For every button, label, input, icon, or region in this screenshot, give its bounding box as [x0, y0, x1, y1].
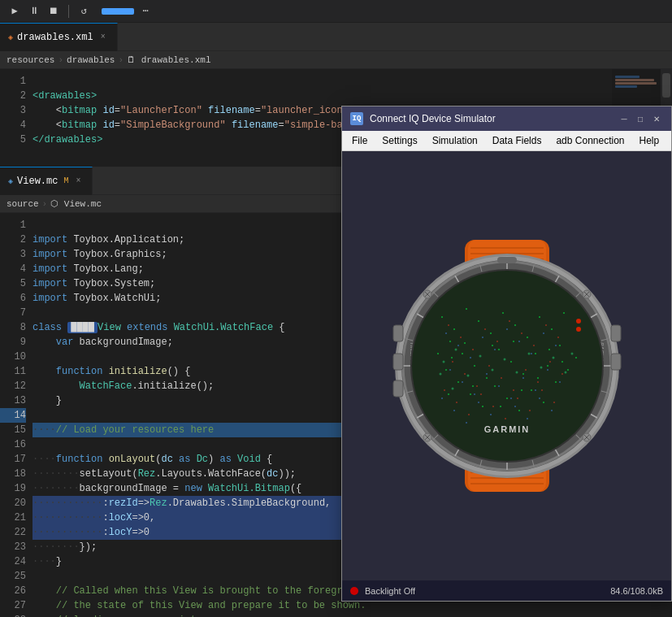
svg-point-157 — [518, 341, 520, 342]
svg-point-142 — [456, 402, 457, 403]
viewmc-line-numbers: 12345 678910 111213 14 1516171819 202122… — [0, 213, 33, 617]
svg-point-135 — [501, 377, 502, 379]
svg-point-161 — [449, 369, 451, 371]
svg-point-174 — [478, 402, 479, 403]
drawables-tab[interactable]: ◈ drawables.xml × — [0, 23, 118, 51]
svg-text:GARMIN: GARMIN — [483, 424, 530, 434]
svg-point-87 — [449, 341, 451, 342]
viewmc-tab-label: View.mc — [17, 176, 58, 187]
mc-icon: ◈ — [8, 176, 13, 186]
sim-maximize-button[interactable]: □ — [634, 112, 647, 125]
sim-minimize-button[interactable]: ─ — [618, 112, 631, 125]
svg-point-97 — [445, 369, 447, 371]
sim-menu-file[interactable]: File — [345, 133, 374, 148]
svg-point-106 — [555, 381, 557, 383]
svg-point-154 — [482, 337, 483, 338]
svg-point-197 — [576, 327, 581, 332]
svg-point-175 — [490, 414, 492, 415]
svg-point-113 — [500, 406, 501, 407]
svg-rect-58 — [393, 354, 403, 370]
svg-point-146 — [505, 418, 506, 419]
svg-point-179 — [539, 398, 540, 399]
svg-point-149 — [541, 389, 543, 391]
svg-point-76 — [441, 316, 443, 318]
svg-point-121 — [448, 324, 449, 326]
svg-point-94 — [535, 353, 536, 354]
svg-point-125 — [496, 341, 498, 342]
xml-icon: ◈ — [8, 33, 13, 42]
svg-point-133 — [476, 385, 478, 387]
svg-point-169 — [547, 369, 548, 371]
svg-point-189 — [540, 367, 542, 369]
svg-point-112 — [492, 345, 493, 346]
breadcrumb-resources: resources — [7, 55, 54, 65]
svg-point-100 — [482, 406, 483, 407]
drawables-tab-close[interactable]: × — [98, 32, 109, 43]
svg-point-167 — [522, 377, 524, 379]
sim-titlebar: IQ Connect IQ Device Simulator ─ □ ✕ — [342, 106, 671, 131]
svg-point-98 — [457, 381, 459, 383]
viewmc-tab-close[interactable]: × — [72, 176, 84, 187]
stop-button[interactable]: ⏹ — [46, 3, 62, 20]
svg-point-83 — [527, 337, 528, 338]
svg-point-147 — [517, 398, 518, 399]
svg-rect-61 — [611, 354, 621, 370]
svg-point-99 — [470, 393, 471, 395]
svg-point-191 — [564, 372, 566, 374]
drawables-breadcrumb: resources › drawables › 🗒 drawables.xml — [0, 51, 672, 69]
toolbar-separator — [68, 5, 69, 18]
svg-point-173 — [466, 422, 467, 424]
svg-point-171 — [441, 398, 443, 399]
viewmc-tab[interactable]: ◈ View.mc M × — [0, 167, 93, 195]
svg-point-153 — [470, 357, 471, 358]
more-button[interactable]: ⋯ — [137, 3, 154, 20]
svg-point-190 — [552, 357, 554, 359]
sim-statusbar: Backlight Off 84.6/108.0kB — [342, 580, 671, 601]
svg-point-103 — [518, 410, 520, 411]
breadcrumb-viewmc: ⬡ View.mc — [50, 198, 102, 209]
svg-point-158 — [531, 353, 532, 354]
sim-menu-settings[interactable]: Settings — [375, 133, 423, 148]
sim-close-button[interactable]: ✕ — [650, 112, 663, 125]
svg-point-88 — [462, 353, 463, 354]
svg-point-188 — [527, 353, 530, 355]
breadcrumb-source: source — [7, 199, 39, 209]
svg-point-104 — [531, 389, 532, 391]
svg-point-145 — [492, 406, 494, 407]
svg-point-91 — [498, 349, 500, 350]
svg-point-178 — [527, 418, 528, 419]
svg-point-102 — [506, 398, 508, 399]
recording-indicator — [350, 587, 358, 595]
svg-rect-59 — [393, 380, 403, 397]
drawables-tab-bar: ◈ drawables.xml × — [0, 23, 672, 51]
svg-point-110 — [464, 342, 466, 344]
svg-point-119 — [437, 353, 439, 354]
pause-button[interactable]: ⏸ — [26, 3, 42, 20]
drawables-scrollbar-thumb[interactable] — [662, 73, 670, 98]
breadcrumb-file-drawables: 🗒 drawables.xml — [127, 54, 210, 65]
run-button[interactable]: ▶ — [7, 3, 23, 20]
sim-window-controls: ─ □ ✕ — [618, 112, 663, 125]
sim-menu-adb[interactable]: adb Connection — [549, 133, 631, 148]
svg-point-144 — [480, 393, 482, 395]
sim-menu-help[interactable]: Help — [633, 133, 666, 148]
svg-point-177 — [514, 406, 516, 407]
sim-menu-datafields[interactable]: Data Fields — [486, 133, 548, 148]
svg-point-124 — [484, 328, 486, 330]
ide-container: ▶ ⏸ ⏹ ↺ ⋯ ◈ drawables.xml × resources › … — [0, 0, 672, 617]
svg-point-156 — [506, 328, 508, 330]
sim-watch-area: 55 05 15 20 25 30 35 40 45 50 55 00 UP/M… — [342, 151, 671, 580]
svg-point-180 — [551, 410, 553, 411]
svg-point-116 — [537, 377, 539, 379]
sim-menu-simulation[interactable]: Simulation — [426, 133, 484, 148]
sim-menubar: File Settings Simulation Data Fields adb… — [342, 131, 671, 151]
svg-point-196 — [576, 319, 581, 324]
svg-point-92 — [510, 361, 512, 363]
restart-button[interactable]: ↺ — [76, 3, 92, 20]
svg-point-137 — [525, 369, 527, 371]
svg-rect-62 — [497, 257, 517, 263]
svg-point-79 — [478, 320, 479, 322]
svg-point-155 — [494, 349, 496, 350]
svg-point-81 — [502, 312, 504, 314]
drawables-line-numbers: 12345 — [0, 69, 33, 167]
